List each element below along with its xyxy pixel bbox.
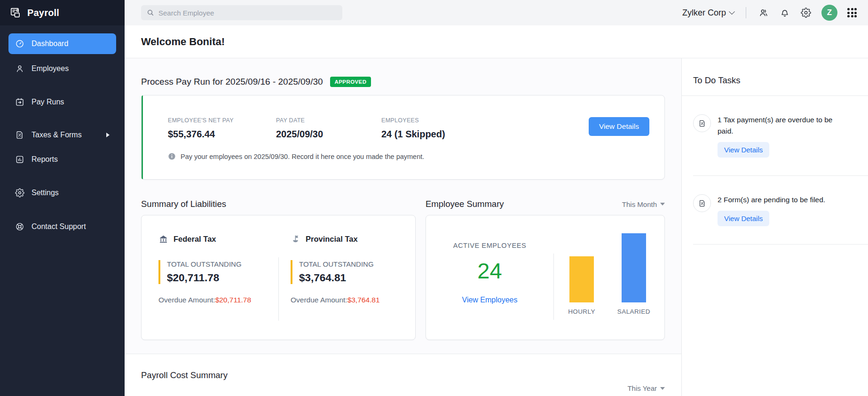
payrun-card: EMPLOYEE'S NET PAY $55,376.44 PAY DATE 2… <box>141 95 665 180</box>
sidebar-item-label: Pay Runs <box>32 98 64 106</box>
reports-icon <box>15 155 24 164</box>
outstanding-amount: $3,764.81 <box>299 272 407 284</box>
tax-name: Provincial Tax <box>306 235 358 244</box>
todo-heading: To Do Tasks <box>693 75 857 86</box>
overdue-label: Overdue Amount: <box>291 296 347 304</box>
view-employees-link[interactable]: View Employees <box>462 296 518 304</box>
todo-task: 1 Tax payment(s) are overdue to be paid.… <box>693 96 857 158</box>
welcome-band: Welcome Bonita! <box>125 25 868 58</box>
search-icon <box>147 9 154 16</box>
settings-gear-icon <box>15 188 24 198</box>
outstanding-label: TOTAL OUTSTANDING <box>299 260 407 268</box>
search-input[interactable] <box>158 9 337 17</box>
sidebar-item-contact-support[interactable]: Contact Support <box>8 216 116 237</box>
page-title: Welcome Bonita! <box>141 36 225 48</box>
bar-hourly <box>569 256 594 302</box>
employee-summary-heading: Employee Summary <box>426 199 504 209</box>
stat-value: 24 (1 Skipped) <box>381 129 487 140</box>
employees-icon <box>15 64 24 73</box>
todo-panel: To Do Tasks 1 Tax payment(s) are overdue… <box>681 58 868 396</box>
divider <box>693 244 868 245</box>
taxes-forms-icon <box>15 130 24 140</box>
sidebar-item-employees[interactable]: Employees <box>8 58 116 79</box>
task-text: 2 Form(s) are pending to be filed. <box>718 194 825 206</box>
stat-label: PAY DATE <box>276 117 381 124</box>
provincial-tax-block: Provincial Tax TOTAL OUTSTANDING $3,764.… <box>275 234 407 340</box>
sidebar-item-reports[interactable]: Reports <box>8 149 116 170</box>
chevron-down-icon <box>660 387 665 390</box>
settings-button[interactable] <box>800 7 812 18</box>
liabilities-card: Federal Tax TOTAL OUTSTANDING $20,711.78… <box>141 215 416 340</box>
stat-label: EMPLOYEES <box>381 117 487 124</box>
sidebar-item-label: Reports <box>32 155 58 164</box>
filter-value: This Year <box>627 384 657 392</box>
flag-icon <box>291 234 300 244</box>
users-button[interactable] <box>758 7 769 18</box>
sidebar-item-settings[interactable]: Settings <box>8 182 116 203</box>
stat-value: $55,376.44 <box>168 129 276 140</box>
support-icon <box>15 222 24 231</box>
dashboard-main: Process Pay Run for 2025/09/16 - 2025/09… <box>125 58 681 396</box>
app-title: Payroll <box>27 8 59 18</box>
employee-summary-card: ACTIVE EMPLOYEES 24 View Employees HOURL… <box>426 215 665 340</box>
avatar-initial: Z <box>827 8 832 17</box>
org-switcher[interactable]: Zylker Corp <box>682 8 734 18</box>
employee-type-bar-chart: HOURLY SALARIED <box>554 215 664 340</box>
task-icon-circle <box>693 114 711 132</box>
sidebar-item-label: Settings <box>32 189 59 197</box>
stat-net-pay: EMPLOYEE'S NET PAY $55,376.44 <box>168 117 276 140</box>
overdue-amount: $3,764.81 <box>347 296 380 304</box>
active-employees-label: ACTIVE EMPLOYEES <box>453 242 526 249</box>
chevron-down-icon <box>729 8 735 15</box>
tax-document-icon <box>698 119 706 127</box>
info-icon <box>168 152 176 160</box>
filter-value: This Month <box>622 200 657 208</box>
outstanding-label: TOTAL OUTSTANDING <box>167 260 275 268</box>
apps-grid-button[interactable] <box>847 8 857 17</box>
task-view-details-button[interactable]: View Details <box>718 142 769 158</box>
payrun-info-text: Pay your employees on 2025/09/30. Record… <box>181 153 424 160</box>
payroll-cost-heading: Payroll Cost Summary <box>141 370 228 380</box>
status-badge: APPROVED <box>330 77 371 87</box>
sidebar-item-label: Contact Support <box>32 222 86 231</box>
task-view-details-button[interactable]: View Details <box>718 211 769 226</box>
bar-label: HOURLY <box>568 308 595 315</box>
sidebar: Payroll Dashboard Employees Pay Runs Tax… <box>0 0 125 396</box>
stat-value: 2025/09/30 <box>276 129 381 140</box>
view-details-button[interactable]: View Details <box>589 117 649 136</box>
card-divider <box>278 257 279 321</box>
payroll-logo-icon <box>9 7 22 19</box>
stat-pay-date: PAY DATE 2025/09/30 <box>276 117 381 140</box>
app-root: Payroll Dashboard Employees Pay Runs Tax… <box>0 0 868 396</box>
pay-runs-icon <box>15 97 24 107</box>
org-name: Zylker Corp <box>682 8 726 18</box>
payroll-cost-section: Payroll Cost Summary This Year <box>125 354 681 396</box>
submenu-caret-icon <box>106 133 110 137</box>
chevron-down-icon <box>660 203 665 206</box>
sidebar-item-pay-runs[interactable]: Pay Runs <box>8 92 116 112</box>
notifications-button[interactable] <box>779 7 790 18</box>
gear-icon <box>801 8 811 18</box>
liabilities-heading: Summary of Liabilities <box>141 199 226 209</box>
payroll-cost-filter[interactable]: This Year <box>627 384 665 392</box>
stat-employees: EMPLOYEES 24 (1 Skipped) <box>381 117 487 140</box>
bell-icon <box>780 8 790 18</box>
users-icon <box>758 8 769 18</box>
tax-name: Federal Tax <box>174 235 216 244</box>
avatar[interactable]: Z <box>821 5 837 21</box>
sidebar-item-dashboard[interactable]: Dashboard <box>8 33 116 54</box>
overdue-amount: $20,711.78 <box>215 296 251 304</box>
sidebar-item-taxes-forms[interactable]: Taxes & Forms <box>8 125 116 145</box>
tax-document-icon <box>698 199 706 207</box>
federal-tax-block: Federal Tax TOTAL OUTSTANDING $20,711.78… <box>158 234 275 340</box>
dashboard-icon <box>15 39 24 48</box>
employee-summary-filter[interactable]: This Month <box>622 200 665 208</box>
app-logo: Payroll <box>0 0 125 25</box>
overdue-label: Overdue Amount: <box>158 296 215 304</box>
bar-label: SALARIED <box>617 308 650 315</box>
bar-salaried <box>622 233 646 302</box>
todo-task: 2 Form(s) are pending to be filed. View … <box>693 176 857 226</box>
sidebar-item-label: Taxes & Forms <box>32 131 82 139</box>
search-box[interactable] <box>141 5 342 20</box>
bank-icon <box>158 234 168 244</box>
